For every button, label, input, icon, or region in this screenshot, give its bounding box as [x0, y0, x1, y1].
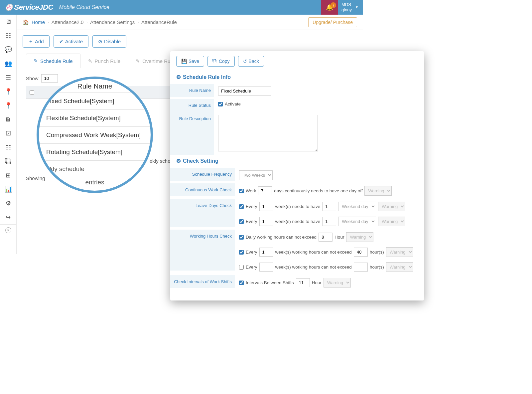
weekly-hours-val-1[interactable]	[354, 248, 368, 257]
weekly-hours-level-1[interactable]: Warning	[386, 247, 413, 257]
nav-table[interactable]: ⊞	[0, 168, 16, 182]
nav-check[interactable]: ☑	[0, 126, 16, 140]
rule-desc-textarea[interactable]	[218, 115, 318, 151]
leave-count-input-1[interactable]	[322, 202, 336, 211]
activate-checkbox[interactable]	[218, 102, 223, 106]
weekly-hours-weeks-1[interactable]	[259, 248, 273, 257]
check-circle-icon: ✔	[59, 39, 64, 45]
leave-weeks-input-2[interactable]	[259, 217, 273, 226]
save-button[interactable]: 💾Save	[176, 56, 204, 67]
t: Every	[246, 204, 257, 209]
intervals-level-select[interactable]: Warning	[324, 278, 351, 288]
nav-location-2[interactable]: 📍	[0, 98, 16, 112]
user-menu[interactable]: MDS ginny ▼	[338, 0, 363, 15]
notifications-button[interactable]: 🔔 7	[321, 0, 338, 15]
leave-weeks-input-1[interactable]	[259, 202, 273, 211]
t: week(s) working hours can not exceed	[275, 250, 352, 255]
cont-work-check[interactable]	[239, 189, 244, 193]
leave-level-select-1[interactable]: Warning	[378, 202, 405, 211]
add-button[interactable]: ＋Add	[23, 35, 50, 48]
mag-row-2[interactable]: Flexible Schedule[System]	[39, 109, 151, 126]
t: week(s) working hours can not exceed	[275, 265, 352, 270]
sidebar-expand[interactable]: »	[0, 224, 16, 236]
label-rule-desc: Rule Description	[170, 112, 214, 155]
weekly-hours-val-2[interactable]	[354, 263, 368, 272]
nav-monitor[interactable]: 🖥	[0, 15, 16, 29]
breadcrumb-l4: AttendanceRule	[141, 19, 177, 25]
nav-doc[interactable]: 🗎	[0, 112, 16, 126]
back-icon: ↺	[243, 59, 247, 64]
t: Every	[246, 250, 257, 255]
show-input[interactable]	[41, 74, 58, 83]
label-sched-freq: Schedule Frequency	[170, 167, 235, 181]
select-all-checkbox[interactable]	[30, 90, 34, 95]
label-intervals: Check Intervals of Work Shifts	[170, 275, 235, 288]
nav-news[interactable]: ☷	[0, 29, 16, 43]
nav-chat[interactable]: 💬	[0, 43, 16, 57]
chevron-right-icon: »	[5, 227, 11, 233]
label-rule-name: Rule Name	[170, 84, 214, 97]
intervals-input[interactable]	[296, 278, 310, 287]
breadcrumb-home[interactable]: Home	[32, 19, 45, 25]
caret-down-icon: ▼	[355, 5, 358, 9]
weekly-hours-weeks-2[interactable]	[259, 263, 273, 272]
nav-location[interactable]: 📍	[0, 85, 16, 98]
activate-button[interactable]: ✔Activate	[54, 35, 88, 48]
t: week(s) needs to have	[275, 219, 321, 224]
nav-settings[interactable]: ⚙	[0, 196, 16, 210]
cont-work-level-select[interactable]: Warning	[364, 186, 392, 196]
notification-badge: 7	[331, 2, 336, 8]
nav-copy[interactable]: ⿻	[0, 154, 16, 168]
breadcrumb-bar: 🏠 Home › Attendance2.0 › Attendance Sett…	[17, 15, 363, 30]
label-work-hours: Working Hours Check	[170, 229, 235, 271]
breadcrumb-sep: ›	[137, 20, 139, 24]
intervals-check[interactable]	[239, 281, 244, 285]
nav-chart[interactable]: 📊	[0, 182, 16, 196]
leave-type-select-2[interactable]: Weekend day	[338, 217, 376, 226]
mag-row-3[interactable]: Compressed Work Week[System]	[39, 126, 151, 143]
t: days continuously needs to have one day …	[274, 188, 362, 193]
breadcrumb-l2[interactable]: Attendance2.0	[52, 19, 84, 25]
back-button[interactable]: ↺Back	[238, 56, 264, 67]
weekly-hours-check-1[interactable]	[239, 250, 244, 255]
cont-work-days-input[interactable]	[258, 186, 272, 195]
tab-punch-rule[interactable]: ✎Punch Rule	[80, 54, 128, 68]
tab-schedule-rule[interactable]: ✎Schedule Rule	[26, 54, 80, 68]
t: Intervals Between Shifts	[246, 280, 294, 285]
mag-row-1[interactable]: Fixed Schedule[System]	[39, 93, 151, 109]
rule-name-input[interactable]	[218, 87, 271, 96]
weekly-hours-level-2[interactable]: Warning	[386, 262, 413, 272]
nav-logout[interactable]: ↪	[0, 210, 16, 224]
page-toolbar: ＋Add ✔Activate ⊘Disable	[17, 30, 363, 50]
show-label: Show	[26, 76, 39, 81]
leave-type-select-1[interactable]: Weekend day	[338, 202, 376, 211]
weekly-hours-check-2[interactable]	[239, 265, 244, 270]
leave-level-select-2[interactable]: Warning	[378, 217, 405, 226]
user-name: ginny	[341, 7, 352, 13]
left-sidebar: 🖥 ☷ 💬 👥 ☰ 📍 📍 🗎 ☑ ☷ ⿻ ⊞ 📊 ⚙ ↪ »	[0, 15, 17, 254]
copy-icon: ⿻	[212, 59, 217, 64]
daily-hours-input[interactable]	[319, 233, 332, 242]
disable-button[interactable]: ⊘Disable	[92, 35, 126, 48]
section-info: ⚙Schedule Rule Info	[170, 71, 424, 84]
leave-check-1[interactable]	[239, 204, 244, 209]
label-rule-status: Rule Status	[170, 98, 214, 112]
daily-hours-level-select[interactable]: Warning	[346, 232, 373, 242]
top-header: 🍥 ServiceJDC Mobile Cloud Service 🔔 7 MD…	[0, 0, 363, 15]
daily-hours-check[interactable]	[239, 235, 244, 240]
t: week(s) needs to have	[275, 204, 321, 209]
mag-row-4[interactable]: Rotating Schedule[System]	[39, 143, 151, 160]
upgrade-button[interactable]: Upgrade/ Purchase	[308, 17, 357, 27]
copy-button[interactable]: ⿻Copy	[207, 56, 235, 67]
breadcrumb: 🏠 Home › Attendance2.0 › Attendance Sett…	[23, 19, 177, 25]
nav-users[interactable]: 👥	[0, 57, 16, 71]
nav-data[interactable]: ☰	[0, 71, 16, 85]
leave-check-2[interactable]	[239, 219, 244, 224]
edit-icon: ✎	[34, 58, 38, 64]
leave-count-input-2[interactable]	[322, 217, 336, 226]
breadcrumb-l3[interactable]: Attendance Settings	[90, 19, 135, 25]
t: Every	[246, 265, 257, 270]
breadcrumb-sep: ›	[86, 20, 87, 24]
nav-server[interactable]: ☷	[0, 140, 16, 154]
schedule-frequency-select[interactable]: Two Weeks	[239, 170, 273, 180]
